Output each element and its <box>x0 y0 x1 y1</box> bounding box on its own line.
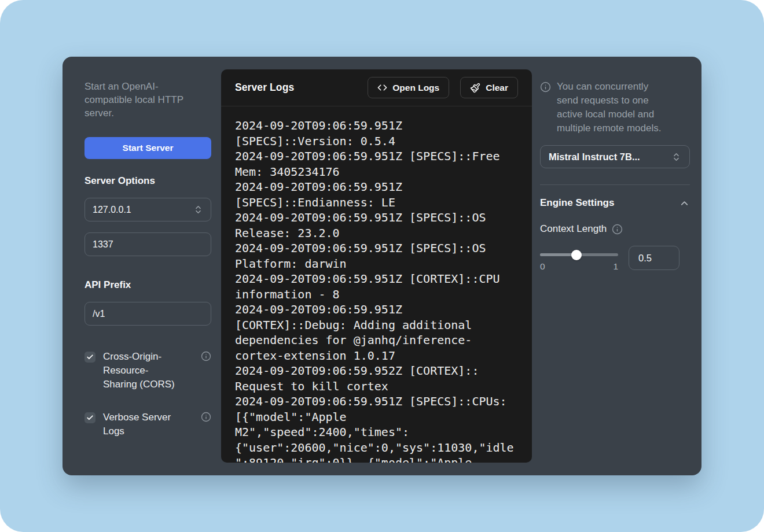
api-prefix-heading: API Prefix <box>85 279 211 291</box>
context-length-slider-wrap: 0 1 <box>540 246 618 272</box>
host-select[interactable]: 127.0.0.1 <box>85 198 211 221</box>
context-length-slider-thumb[interactable] <box>571 250 582 260</box>
model-selector[interactable]: Mistral Instruct 7B... <box>540 145 690 168</box>
info-icon <box>540 82 551 93</box>
server-config-column: Start an OpenAI- compatible local HTTP s… <box>85 69 211 463</box>
chevron-up-icon <box>679 198 690 209</box>
verbose-logs-checkbox[interactable] <box>85 412 95 423</box>
chevrons-up-down-icon <box>671 152 681 162</box>
context-length-label: Context Length <box>540 223 607 235</box>
paintbrush-icon <box>470 83 480 93</box>
context-length-value-input[interactable] <box>629 246 679 270</box>
verbose-logs-info-icon[interactable] <box>201 412 211 422</box>
server-logs-card: Server Logs Open Logs Clear 2024-09-20T0… <box>221 69 532 463</box>
check-icon <box>86 353 94 361</box>
server-logs-header: Server Logs Open Logs Clear <box>221 69 532 106</box>
concurrency-info-text: You can concurrently send requests to on… <box>557 80 690 135</box>
port-input[interactable] <box>93 239 203 250</box>
code-icon <box>377 83 387 93</box>
local-api-server-panel: Start an OpenAI- compatible local HTTP s… <box>63 57 701 475</box>
cors-row: Cross-Origin- Resource- Sharing (CORS) <box>85 350 211 391</box>
server-options-heading: Server Options <box>85 175 211 187</box>
api-prefix-field[interactable] <box>85 302 211 326</box>
open-logs-button-label: Open Logs <box>392 83 439 93</box>
context-length-row: Context Length <box>540 223 690 235</box>
clear-logs-button-label: Clear <box>486 83 508 93</box>
section-divider <box>540 184 690 185</box>
chevrons-up-down-icon <box>193 205 203 215</box>
verbose-logs-checkbox-label: Verbose Server Logs <box>103 411 178 438</box>
model-settings-column: You can concurrently send requests to on… <box>540 69 690 463</box>
port-field[interactable] <box>85 232 211 256</box>
api-prefix-input[interactable] <box>93 309 203 319</box>
context-length-control: 0 1 <box>540 246 690 272</box>
clear-logs-button[interactable]: Clear <box>460 77 518 98</box>
server-logs-title: Server Logs <box>235 82 294 94</box>
cors-checkbox-label: Cross-Origin- Resource- Sharing (CORS) <box>103 350 178 391</box>
concurrency-info-row: You can concurrently send requests to on… <box>540 80 690 135</box>
engine-settings-heading: Engine Settings <box>540 197 614 209</box>
engine-settings-toggle[interactable]: Engine Settings <box>540 197 690 209</box>
open-logs-button[interactable]: Open Logs <box>368 77 449 98</box>
verbose-logs-row: Verbose Server Logs <box>85 411 211 438</box>
context-length-slider-track[interactable] <box>540 253 618 256</box>
host-select-value: 127.0.0.1 <box>93 205 131 215</box>
app-background: Start an OpenAI- compatible local HTTP s… <box>0 0 764 532</box>
slider-minmax-labels: 0 1 <box>540 261 618 272</box>
slider-min-label: 0 <box>540 261 545 272</box>
cors-checkbox[interactable] <box>85 352 95 363</box>
slider-max-label: 1 <box>613 261 618 272</box>
cors-info-icon[interactable] <box>201 351 211 361</box>
context-length-info-icon[interactable] <box>612 224 623 235</box>
model-selector-value: Mistral Instruct 7B... <box>549 152 640 162</box>
check-icon <box>86 414 94 422</box>
server-description: Start an OpenAI- compatible local HTTP s… <box>85 80 211 120</box>
start-server-button[interactable]: Start Server <box>85 137 211 159</box>
server-logs-output[interactable]: 2024-09-20T09:06:59.951Z [SPECS]::Versio… <box>221 106 532 463</box>
